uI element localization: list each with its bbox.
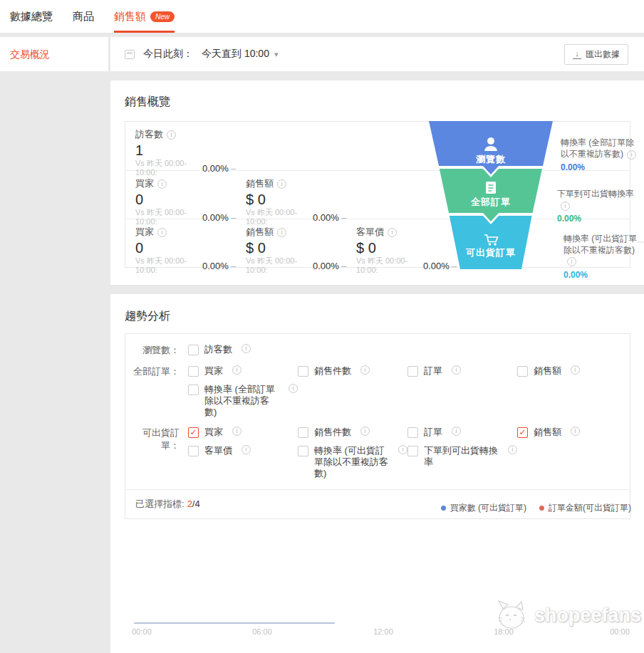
info-icon[interactable] bbox=[508, 445, 517, 454]
info-icon[interactable] bbox=[398, 445, 407, 454]
info-icon[interactable] bbox=[242, 344, 251, 353]
sidebar-item-transaction-overview[interactable]: 交易概況 bbox=[0, 37, 108, 71]
metric-buyers-shippable: 買家 0 Vs 昨天 00:00-10:00: 0.00% – bbox=[135, 226, 246, 267]
trend-dash: – bbox=[341, 261, 346, 271]
checkbox[interactable] bbox=[407, 366, 418, 377]
export-button-label: 匯出數據 bbox=[586, 48, 620, 61]
metric-label: 訪客數 bbox=[135, 128, 163, 141]
checkbox[interactable] bbox=[188, 345, 199, 355]
checkbox[interactable] bbox=[188, 385, 199, 395]
info-icon[interactable] bbox=[452, 365, 461, 375]
info-icon[interactable] bbox=[571, 427, 580, 436]
metric-group-views: 瀏覽數： 訪客數 bbox=[125, 344, 630, 357]
legend-dot bbox=[441, 506, 446, 511]
metric-value: $ 0 bbox=[246, 240, 356, 256]
vs-label: Vs 昨天 00:00-10:00: bbox=[356, 256, 423, 275]
conversion-rate-shippable-orders: 轉換率 (可出貨訂單除以不重複訪客數) 0.00% bbox=[564, 234, 643, 281]
checkbox[interactable] bbox=[298, 427, 308, 438]
metric-visitors: 訪客數 1 Vs 昨天 00:00-10:00: 0.00% – bbox=[135, 128, 246, 170]
info-icon[interactable] bbox=[232, 365, 242, 375]
checkbox[interactable] bbox=[517, 427, 528, 438]
info-icon[interactable] bbox=[627, 150, 636, 160]
metric-value: 0 bbox=[135, 192, 246, 207]
metric-option-sales-shippable: 銷售額 bbox=[517, 427, 627, 438]
date-range-selector[interactable]: 今天直到 10:00 bbox=[202, 48, 269, 61]
funnel-tier-label: 全部訂單 bbox=[470, 197, 511, 207]
selected-label: 已選擇指標: bbox=[135, 498, 185, 509]
tab-label: 銷售額 bbox=[114, 10, 146, 23]
tab-products[interactable]: 商品 bbox=[73, 0, 94, 33]
checkbox[interactable] bbox=[517, 366, 528, 377]
checkbox[interactable] bbox=[407, 446, 418, 456]
legend-item-order-amount[interactable]: 訂單金額(可出貨訂單) bbox=[539, 502, 631, 514]
panel-title: 趨勢分析 bbox=[125, 309, 170, 324]
metric-value: 1 bbox=[135, 142, 246, 158]
info-icon[interactable] bbox=[571, 365, 580, 375]
metric-value: 0 bbox=[135, 240, 246, 256]
tab-label: 數據總覽 bbox=[10, 10, 53, 23]
info-icon[interactable] bbox=[157, 179, 167, 189]
info-icon[interactable] bbox=[277, 228, 286, 237]
checkbox[interactable] bbox=[188, 427, 199, 438]
legend-item-buyers[interactable]: 買家數 (可出貨訂單) bbox=[441, 502, 526, 514]
info-icon[interactable] bbox=[567, 257, 576, 266]
info-icon[interactable] bbox=[242, 445, 251, 454]
metric-change: 0.00% bbox=[202, 212, 229, 223]
info-icon[interactable] bbox=[167, 130, 176, 140]
checkbox[interactable] bbox=[298, 366, 308, 377]
funnel-tier-shippable-orders bbox=[450, 216, 532, 269]
metric-option-units-sold-shippable: 銷售件數 bbox=[298, 427, 407, 438]
toolbar: 今日此刻： 今天直到 10:00 匯出數據 bbox=[110, 37, 644, 71]
export-data-button[interactable]: 匯出數據 bbox=[564, 44, 628, 65]
checkbox[interactable] bbox=[298, 446, 308, 456]
metric-buyers-all: 買家 0 Vs 昨天 00:00-10:00: 0.00% – bbox=[135, 177, 246, 219]
metric-label: 買家 bbox=[135, 177, 154, 190]
group-label: 全部訂單： bbox=[125, 365, 188, 418]
selected-total: /4 bbox=[192, 498, 200, 509]
conversion-value: 0.00% bbox=[564, 270, 643, 281]
sidebar: 交易概況 bbox=[0, 37, 108, 71]
tab-label: 商品 bbox=[73, 10, 94, 23]
sales-funnel: 瀏覽數 全部訂單 可出貨訂單 bbox=[427, 121, 556, 272]
metric-selector-box: 瀏覽數： 訪客數 全部訂單： 買家 銷售件數 bbox=[125, 333, 630, 519]
document-icon bbox=[486, 182, 496, 194]
info-icon[interactable] bbox=[388, 228, 397, 237]
vs-label: Vs 昨天 00:00-10:00: bbox=[246, 208, 313, 226]
info-icon[interactable] bbox=[360, 427, 370, 436]
info-icon[interactable] bbox=[360, 365, 370, 375]
watermark-text: shopeefans bbox=[534, 605, 641, 627]
funnel-tier-all-orders bbox=[440, 169, 542, 221]
info-icon[interactable] bbox=[561, 202, 570, 211]
tab-data-overview[interactable]: 數據總覽 bbox=[10, 0, 53, 33]
metric-option-visitors: 訪客數 bbox=[188, 344, 298, 357]
metric-sales-shippable: 銷售額 $ 0 Vs 昨天 00:00-10:00: 0.00% – bbox=[246, 226, 356, 267]
funnel-tier-label: 可出貨訂單 bbox=[465, 247, 516, 258]
trend-dash: – bbox=[231, 163, 236, 174]
watermark: shopeefans bbox=[494, 599, 641, 632]
conversion-value: 0.00% bbox=[557, 214, 640, 225]
metric-option-buyers-shippable: 買家 bbox=[188, 427, 298, 438]
checkbox[interactable] bbox=[407, 427, 418, 438]
checkbox[interactable] bbox=[188, 366, 199, 377]
conversion-label: 轉換率 (全部訂單除以不重複訪客數) bbox=[561, 137, 634, 159]
metric-label: 客單價 bbox=[356, 226, 384, 239]
info-icon[interactable] bbox=[232, 427, 242, 436]
metric-value: $ 0 bbox=[246, 192, 356, 207]
chevron-down-icon[interactable] bbox=[274, 50, 279, 59]
vs-label: Vs 昨天 00:00-10:00: bbox=[246, 256, 313, 275]
conversion-value: 0.00% bbox=[561, 162, 640, 174]
tab-sales[interactable]: 銷售額 New bbox=[114, 0, 175, 33]
info-icon[interactable] bbox=[289, 384, 298, 393]
conversion-label: 轉換率 (可出貨訂單除以不重複訪客數) bbox=[564, 234, 637, 255]
info-icon[interactable] bbox=[277, 179, 286, 189]
metric-option-orders-shippable: 訂單 bbox=[407, 427, 517, 438]
new-badge: New bbox=[150, 11, 175, 22]
checkbox[interactable] bbox=[188, 446, 199, 456]
group-label: 可出貨訂單： bbox=[125, 427, 188, 479]
metric-group-all-orders: 全部訂單： 買家 銷售件數 訂單 bbox=[125, 365, 630, 418]
watermark-logo bbox=[494, 599, 531, 632]
info-icon[interactable] bbox=[452, 427, 461, 436]
info-icon[interactable] bbox=[157, 228, 167, 237]
legend-label: 訂單金額(可出貨訂單) bbox=[549, 502, 631, 514]
metric-option-sales: 銷售額 bbox=[517, 365, 627, 377]
